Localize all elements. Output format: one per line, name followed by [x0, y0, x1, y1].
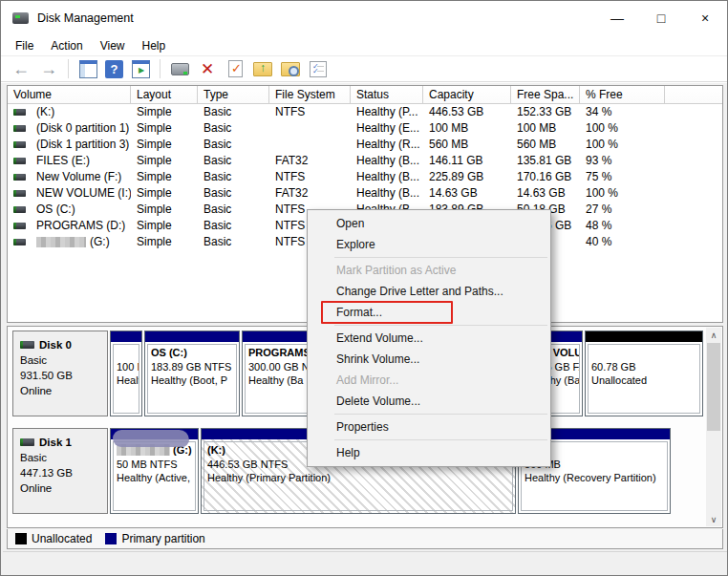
- menu-action[interactable]: Action: [42, 37, 91, 54]
- minimize-button[interactable]: —: [595, 1, 639, 35]
- open-folder-icon[interactable]: ↑: [252, 58, 273, 79]
- partition[interactable]: OS (C:) 183.89 GB NTFS Healthy (Boot, P: [144, 331, 240, 416]
- table-row[interactable]: NEW VOLUME (I:) Simple Basic FAT32 Healt…: [8, 185, 722, 202]
- column-layout[interactable]: Layout: [131, 86, 198, 103]
- volume-icon: [13, 125, 26, 132]
- maximize-button[interactable]: □: [639, 1, 683, 35]
- menu-file[interactable]: File: [7, 37, 42, 54]
- layout-cell: Simple: [131, 202, 198, 218]
- partition-color-band: [111, 331, 141, 342]
- checklist-icon[interactable]: ✓: [308, 58, 329, 79]
- context-menu-item[interactable]: Extend Volume...: [308, 328, 550, 349]
- table-row[interactable]: (K:) Simple Basic NTFS Healthy (P... 446…: [8, 104, 722, 120]
- disk-pane-scrollbar[interactable]: ∧ ∨: [706, 328, 721, 526]
- volume-name: NEW VOLUME (I:): [31, 185, 131, 202]
- rescan-disks-icon[interactable]: [169, 58, 190, 79]
- context-menu-item[interactable]: Open: [308, 213, 550, 234]
- context-menu-item[interactable]: Mark Partition as Active: [308, 260, 550, 281]
- delete-volume-icon[interactable]: ✕: [197, 58, 218, 79]
- icon-glyph: →: [40, 60, 57, 77]
- partition-label: [117, 346, 136, 360]
- context-menu-item[interactable]: Delete Volume...: [308, 391, 550, 412]
- status-cell: Healthy (E...: [351, 120, 423, 137]
- free-space-cell: 152.33 GB: [511, 104, 580, 120]
- status-bar: [3, 551, 727, 574]
- capacity-cell: 14.63 GB: [423, 185, 511, 202]
- file-system-cell: FAT32: [269, 153, 351, 169]
- capacity-cell: 146.11 GB: [423, 153, 511, 169]
- disk-1-label-panel[interactable]: Disk 1 Basic 447.13 GB Online: [12, 428, 108, 514]
- context-menu-item[interactable]: Explore: [308, 234, 550, 255]
- context-menu-item[interactable]: Add Mirror...: [308, 370, 550, 391]
- column-file-system[interactable]: File System: [269, 86, 351, 103]
- disk-management-window: Disk Management — □ × File Action View H…: [0, 0, 728, 576]
- free-space-cell: 135.81 GB: [511, 153, 580, 169]
- scroll-down-icon[interactable]: ∨: [706, 512, 721, 526]
- context-menu-item[interactable]: Help: [308, 442, 550, 463]
- column-volume[interactable]: Volume: [8, 86, 131, 103]
- column-status[interactable]: Status: [351, 86, 423, 103]
- volume-icon: [13, 239, 26, 245]
- disk-type: Basic: [20, 352, 100, 368]
- type-cell: Basic: [198, 185, 269, 202]
- disk-0-label-panel[interactable]: Disk 0 Basic 931.50 GB Online: [12, 331, 108, 416]
- column-pct-free[interactable]: % Free: [580, 86, 665, 103]
- properties-check-icon[interactable]: ✓: [225, 58, 246, 79]
- layout-cell: Simple: [131, 185, 198, 202]
- context-menu: Open Explore Mark Partition as Active Ch…: [307, 209, 551, 467]
- context-menu-item[interactable]: Properties: [308, 416, 550, 437]
- legend-label: Unallocated: [32, 532, 92, 545]
- disk-type: Basic: [20, 450, 100, 465]
- pct-free-cell: 48 %: [580, 218, 665, 234]
- help-icon[interactable]: ?: [105, 60, 123, 78]
- partition-color-band: [145, 331, 239, 342]
- context-menu-item[interactable]: Format...: [308, 302, 550, 323]
- menu-help[interactable]: Help: [134, 37, 175, 54]
- explore-folder-icon[interactable]: [280, 58, 301, 79]
- table-row[interactable]: (Disk 0 partition 1) Simple Basic Health…: [8, 120, 722, 137]
- capacity-cell: 560 MB: [423, 137, 511, 153]
- partition[interactable]: (G:) 50 MB NTFS Healthy (Active,: [110, 428, 199, 514]
- volume-icon: [13, 206, 26, 213]
- type-cell: Basic: [198, 218, 269, 234]
- show-action-pane-icon[interactable]: ▶: [130, 58, 151, 79]
- pct-free-cell: 100 %: [580, 185, 665, 202]
- pct-free-cell: 100 %: [580, 137, 665, 153]
- forward-icon[interactable]: →: [38, 58, 59, 79]
- volume-name: (Disk 1 partition 3): [31, 137, 129, 153]
- column-capacity[interactable]: Capacity: [423, 86, 511, 103]
- menu-view[interactable]: View: [92, 37, 134, 54]
- column-type[interactable]: Type: [198, 86, 269, 103]
- pct-free-cell: 27 %: [580, 202, 665, 218]
- table-row[interactable]: New Volume (F:) Simple Basic NTFS Health…: [8, 169, 722, 185]
- show-console-tree-icon[interactable]: [77, 58, 98, 79]
- layout-cell: Simple: [131, 218, 198, 234]
- close-button[interactable]: ×: [683, 1, 727, 35]
- context-menu-item-label: Extend Volume...: [336, 331, 423, 345]
- partition-color-band: [111, 429, 198, 439]
- context-menu-separator: [334, 257, 547, 258]
- scroll-up-icon[interactable]: ∧: [706, 328, 721, 342]
- disk-size: 931.50 GB: [20, 368, 100, 383]
- icon-glyph: ▶: [139, 66, 144, 75]
- type-cell: Basic: [198, 153, 269, 169]
- back-icon[interactable]: ←: [11, 58, 32, 79]
- table-row[interactable]: (Disk 1 partition 3) Simple Basic Health…: [8, 137, 722, 153]
- icon-glyph: ?: [111, 62, 118, 76]
- volume-name: PROGRAMS (D:): [31, 218, 125, 234]
- scrollbar-thumb[interactable]: [707, 343, 720, 431]
- volume-icon: [13, 158, 26, 164]
- legend-bar: Unallocated Primary partition: [7, 529, 723, 549]
- capacity-cell: 225.89 GB: [423, 169, 511, 185]
- partition-status-line: Healthy (Primary Partition): [207, 471, 509, 485]
- context-menu-item[interactable]: Change Drive Letter and Paths...: [308, 281, 550, 302]
- column-free-space[interactable]: Free Spa...: [511, 86, 580, 103]
- partition[interactable]: 100 MB Healthy (E: [110, 331, 142, 416]
- context-menu-separator: [334, 414, 547, 415]
- menu-bar: File Action View Help: [1, 35, 727, 55]
- context-menu-item[interactable]: Shrink Volume...: [308, 349, 550, 370]
- table-row[interactable]: FILES (E:) Simple Basic FAT32 Healthy (B…: [8, 153, 722, 169]
- volume-name: OS (C:): [31, 202, 75, 218]
- file-system-cell: [269, 120, 351, 137]
- partition[interactable]: 60.78 GB Unallocated: [585, 331, 703, 416]
